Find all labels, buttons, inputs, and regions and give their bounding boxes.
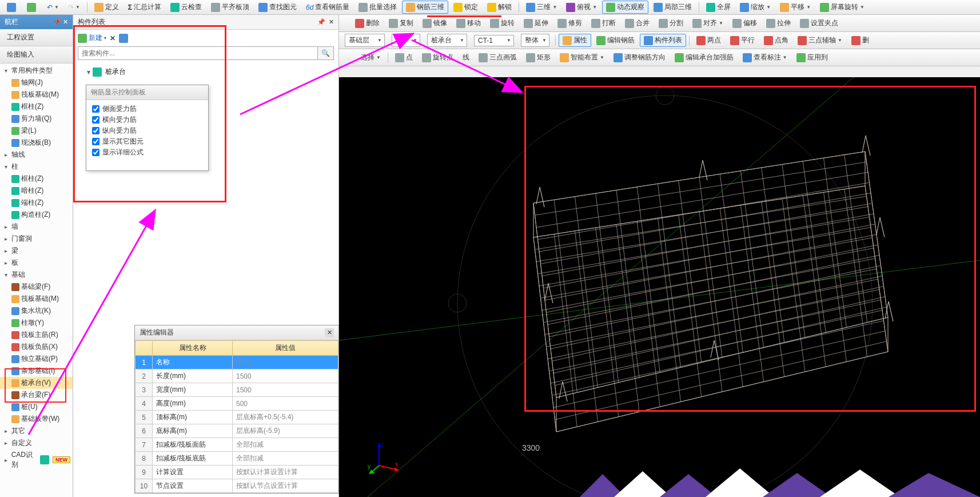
prop-row[interactable]: 3宽度(mm)1500 — [136, 383, 338, 397]
prop-row[interactable]: 6底标高(m)层底标高(-5.9) — [136, 424, 338, 438]
nav-item-foundstrip[interactable]: 基础板带(W) — [0, 413, 73, 425]
qat-btn-1[interactable] — [3, 1, 22, 14]
rotate-screen-button[interactable]: 屏幕旋转▼ — [816, 1, 869, 14]
nav-item-framecol[interactable]: 框柱(Z) — [0, 101, 73, 113]
prop-row[interactable]: 2长度(mm)1500 — [136, 369, 338, 383]
prop-row[interactable]: 5顶标高(m)层底标高+0.5(-5.4) — [136, 411, 338, 424]
nav-item-darkcol[interactable]: 暗柱(Z) — [0, 185, 73, 197]
nav-item-raftmain[interactable]: 筏板主筋(R) — [0, 329, 73, 341]
nav-pin-icon[interactable]: 📌 ✕ — [53, 18, 68, 26]
complist-button[interactable]: 构件列表 — [640, 34, 686, 47]
qat-undo[interactable]: ↶▼ — [43, 2, 63, 13]
cloud-check-button[interactable]: 云检查 — [166, 1, 206, 14]
parallel-button[interactable]: 平行 — [726, 34, 759, 47]
smart-layout-button[interactable]: 智能布置▼ — [556, 51, 608, 64]
3d-button[interactable]: 三维▼ — [522, 1, 561, 14]
comp-tree-root[interactable]: ▾ 桩承台 — [78, 66, 334, 78]
align-button[interactable]: 对齐▼ — [688, 17, 727, 30]
nav-group-found[interactable]: ▾基础 — [0, 269, 73, 281]
comp-dropdown[interactable]: CT-1 — [474, 35, 514, 46]
zoom-button[interactable]: 缩放▼ — [736, 1, 775, 14]
nav-group-wall[interactable]: ▸墙 — [0, 221, 73, 233]
prop-row[interactable]: 7扣减板/筏板面筋全部扣减 — [136, 438, 338, 452]
nav-item-raft[interactable]: 筏板基础(M) — [0, 89, 73, 101]
rotpoint-button[interactable]: 旋转点 — [418, 51, 457, 64]
prop-row[interactable]: 9计算设置按默认计算设置计算 — [136, 466, 338, 479]
new-component-button[interactable]: 新建▾ — [78, 33, 106, 43]
nav-group-column[interactable]: ▾柱 — [0, 161, 73, 173]
nav-item-shearwall[interactable]: 剪力墙(Q) — [0, 113, 73, 125]
nav-item-stripfound[interactable]: 条形基础(I) — [0, 365, 73, 377]
nav-item-pilecap[interactable]: 桩承台(V) — [0, 377, 73, 389]
prop-row[interactable]: 1名称CT-1 — [136, 356, 338, 369]
topview-button[interactable]: 俯视▼ — [562, 1, 601, 14]
fullscreen-button[interactable]: 全屏 — [702, 1, 735, 14]
select-button[interactable]: 选择▼ — [357, 51, 385, 64]
rotate-button[interactable]: 旋转 — [486, 17, 519, 30]
qat-redo[interactable]: ↷▼ — [64, 2, 84, 13]
flat-top-button[interactable]: 平齐板顶 — [207, 1, 253, 14]
nav-item-endcol[interactable]: 端柱(Z) — [0, 197, 73, 209]
point-button[interactable]: 点 — [391, 51, 417, 64]
threeaux-button[interactable]: 三点辅轴▼ — [794, 34, 846, 47]
comp-search-input[interactable] — [78, 46, 318, 60]
cat-dropdown[interactable]: 基 — [392, 34, 420, 47]
nav-group-door[interactable]: ▸门窗洞 — [0, 233, 73, 245]
split-button[interactable]: 分割 — [655, 17, 687, 30]
nav-group-cad[interactable]: ▸CAD识别NEW — [0, 449, 73, 471]
nav-group-other[interactable]: ▸其它 — [0, 425, 73, 437]
batch-sel-button[interactable]: 批量选择 — [354, 1, 401, 14]
nav-group-common[interactable]: ▾常用构件类型 — [0, 65, 73, 77]
nav-item-pier[interactable]: 柱墩(Y) — [0, 317, 73, 329]
nav-group-custom[interactable]: ▸自定义 — [0, 437, 73, 449]
define-button[interactable]: 定义 — [90, 1, 123, 14]
type-dropdown[interactable]: 桩承台 — [427, 34, 467, 47]
move-button[interactable]: 移动 — [452, 17, 485, 30]
setgrip-button[interactable]: 设置夹点 — [796, 17, 842, 30]
applyto-button[interactable]: 应用到 — [792, 51, 832, 64]
3d-viewport[interactable]: 3300 z x y — [339, 77, 980, 497]
line-button[interactable]: 线 — [459, 51, 473, 64]
nav-item-framecol2[interactable]: 框柱(Z) — [0, 173, 73, 185]
comp-copy-icon[interactable] — [119, 34, 128, 43]
props-button[interactable]: 属性 — [559, 34, 591, 47]
whole-dropdown[interactable]: 整体 — [521, 34, 549, 47]
comp-close-icon[interactable]: ✕ — [329, 18, 334, 26]
adjust-dir-button[interactable]: 调整钢筋方向 — [609, 51, 670, 64]
edit-cap-rebar-button[interactable]: 编辑承台加强筋 — [671, 51, 738, 64]
nav-item-constrcol[interactable]: 构造柱(Z) — [0, 209, 73, 221]
del-button[interactable]: 删 — [847, 34, 873, 47]
copy-button[interactable]: 复制 — [385, 17, 417, 30]
nav-group-axis[interactable]: ▸轴线 — [0, 149, 73, 161]
comp-delete-icon[interactable]: ✕ — [110, 34, 115, 42]
nav-item-foundbeam[interactable]: 基础梁(F) — [0, 281, 73, 293]
nav-item-capbeam[interactable]: 承台梁(F) — [0, 389, 73, 401]
offset-button[interactable]: 偏移 — [728, 17, 761, 30]
extend-button[interactable]: 延伸 — [520, 17, 552, 30]
nav-section-project[interactable]: 工程设置 — [0, 29, 73, 46]
layer-dropdown[interactable]: 基础层 — [345, 34, 385, 47]
nav-item-raftneg[interactable]: 筏板负筋(X) — [0, 341, 73, 353]
threearc-button[interactable]: 三点画弧 — [475, 51, 521, 64]
comp-pin-icon[interactable]: 📌 — [317, 18, 325, 26]
pan-button[interactable]: 平移▼ — [776, 1, 815, 14]
comp-search-button[interactable]: 🔍 — [318, 46, 334, 60]
lock-button[interactable]: 锁定 — [449, 1, 482, 14]
twopt-button[interactable]: 两点 — [692, 34, 725, 47]
rebar-3d-button[interactable]: 钢筋三维 — [402, 1, 448, 14]
ptangle-button[interactable]: 点角 — [760, 34, 792, 47]
dyn-view-button[interactable]: 动态观察 — [602, 1, 648, 14]
delete-button[interactable]: 删除 — [351, 17, 384, 30]
nav-item-sump[interactable]: 集水坑(K) — [0, 305, 73, 317]
local-3d-button[interactable]: 局部三维 — [650, 1, 696, 14]
qat-btn-2[interactable] — [23, 1, 42, 14]
cb-vert-rebar[interactable]: 纵向受力筋 — [92, 125, 202, 136]
prop-row[interactable]: 10节点设置按默认节点设置计算 — [136, 479, 338, 493]
nav-group-slab[interactable]: ▸板 — [0, 257, 73, 269]
nav-item-isofound[interactable]: 独立基础(P) — [0, 353, 73, 365]
nav-item-axisnet[interactable]: 轴网(J) — [0, 77, 73, 89]
nav-section-draw[interactable]: 绘图输入 — [0, 46, 73, 63]
sum-calc-button[interactable]: Σ汇总计算 — [124, 1, 165, 14]
merge-button[interactable]: 合并 — [621, 17, 654, 30]
cb-horiz-rebar[interactable]: 横向受力筋 — [92, 114, 202, 125]
